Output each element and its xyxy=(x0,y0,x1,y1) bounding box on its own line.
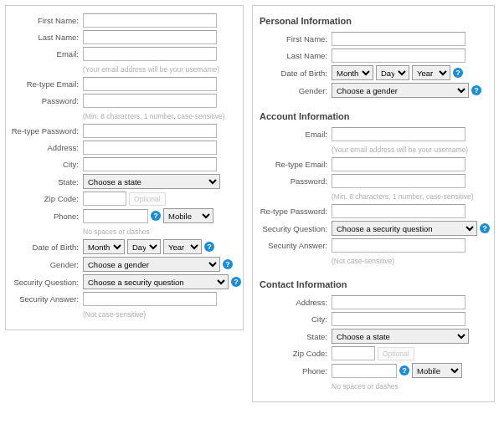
label-email: Email: xyxy=(9,49,83,59)
dob-day-select[interactable]: Day xyxy=(127,239,161,254)
first-name-input[interactable] xyxy=(332,32,465,46)
last-name-input[interactable] xyxy=(332,49,465,63)
hint-password: (Min. 8 characters, 1 number, case-sensi… xyxy=(83,110,225,121)
retype-password-input[interactable] xyxy=(83,124,217,138)
label-dob: Date of Birth: xyxy=(256,69,332,78)
hint-email: (Your email address will be your usernam… xyxy=(83,64,219,74)
zip-input[interactable] xyxy=(332,346,375,360)
label-address: Address: xyxy=(9,143,83,152)
phone-input[interactable] xyxy=(83,209,148,223)
city-input[interactable] xyxy=(83,157,217,171)
security-answer-input[interactable] xyxy=(332,238,465,253)
dob-year-select[interactable]: Year xyxy=(163,239,202,254)
gender-select[interactable]: Choose a gender xyxy=(332,83,469,98)
label-zip: Zip Code: xyxy=(256,349,332,358)
label-password: Password: xyxy=(256,176,332,186)
help-icon[interactable]: ? xyxy=(471,85,481,95)
zip-optional: Optional xyxy=(378,347,414,360)
label-zip: Zip Code: xyxy=(9,194,83,203)
label-first-name: First Name: xyxy=(256,34,332,43)
security-question-select[interactable]: Choose a security question xyxy=(332,221,477,236)
hint-security-answer: (Not case-sensitive) xyxy=(83,309,146,319)
city-input[interactable] xyxy=(332,312,465,326)
help-icon[interactable]: ? xyxy=(480,223,490,233)
label-dob: Date of Birth: xyxy=(9,243,83,252)
section-contact: Contact Information xyxy=(256,274,487,293)
label-phone: Phone: xyxy=(256,366,332,375)
last-name-input[interactable] xyxy=(83,30,217,44)
first-name-input[interactable] xyxy=(83,13,217,28)
security-question-select[interactable]: Choose a security question xyxy=(83,274,229,289)
help-icon[interactable]: ? xyxy=(151,211,161,221)
phone-input[interactable] xyxy=(332,364,397,378)
label-security-answer: Security Answer: xyxy=(9,294,83,304)
help-icon[interactable]: ? xyxy=(223,259,233,269)
state-select[interactable]: Choose a state xyxy=(83,174,220,189)
gender-select[interactable]: Choose a gender xyxy=(83,257,220,272)
section-personal: Personal Information xyxy=(256,11,487,29)
dob-year-select[interactable]: Year xyxy=(412,65,450,80)
form-grouped: Personal Information First Name: Last Na… xyxy=(252,5,495,402)
help-icon[interactable]: ? xyxy=(453,68,463,78)
password-input[interactable] xyxy=(83,94,217,108)
label-city: City: xyxy=(256,314,332,324)
label-last-name: Last Name: xyxy=(256,51,332,60)
state-select[interactable]: Choose a state xyxy=(332,329,469,344)
dob-month-select[interactable]: Month xyxy=(332,65,373,80)
hint-security-answer: (Not case-sensitive) xyxy=(332,255,394,266)
hint-email: (Your email address will be your usernam… xyxy=(332,144,468,155)
label-first-name: First Name: xyxy=(9,16,83,25)
address-input[interactable] xyxy=(83,140,217,155)
dob-month-select[interactable]: Month xyxy=(83,239,125,254)
dob-day-select[interactable]: Day xyxy=(376,65,409,80)
label-address: Address: xyxy=(256,298,332,307)
email-input[interactable] xyxy=(332,127,465,141)
label-retype-email: Re-type Email: xyxy=(256,160,332,169)
hint-phone: No spaces or dashes xyxy=(332,381,399,391)
email-input[interactable] xyxy=(83,47,217,61)
phone-type-select[interactable]: Mobile xyxy=(163,208,213,223)
label-gender: Gender: xyxy=(256,86,332,95)
password-input[interactable] xyxy=(332,174,465,188)
label-city: City: xyxy=(9,160,83,169)
form-flat: First Name: Last Name: Email: (Your emai… xyxy=(5,5,244,330)
label-security-question: Security Question: xyxy=(9,278,83,287)
phone-type-select[interactable]: Mobile xyxy=(412,363,462,378)
retype-password-input[interactable] xyxy=(332,204,465,218)
label-security-question: Security Question: xyxy=(256,224,332,233)
help-icon[interactable]: ? xyxy=(204,242,214,252)
hint-password: (Min. 8 characters, 1 number, case-sensi… xyxy=(332,191,474,202)
label-gender: Gender: xyxy=(9,260,83,269)
zip-optional: Optional xyxy=(129,192,166,206)
section-account: Account Information xyxy=(256,106,487,125)
label-retype-password: Re-type Password: xyxy=(9,126,83,135)
help-icon[interactable]: ? xyxy=(231,277,241,287)
retype-email-input[interactable] xyxy=(332,157,465,171)
zip-input[interactable] xyxy=(83,192,126,206)
label-state: State: xyxy=(256,332,332,341)
label-password: Password: xyxy=(9,96,83,105)
label-state: State: xyxy=(9,177,83,186)
retype-email-input[interactable] xyxy=(83,77,217,91)
label-email: Email: xyxy=(256,130,332,139)
hint-phone: No spaces or dashes xyxy=(83,226,150,237)
label-security-answer: Security Answer: xyxy=(256,241,332,250)
label-last-name: Last Name: xyxy=(9,33,83,42)
label-phone: Phone: xyxy=(9,212,83,221)
address-input[interactable] xyxy=(332,295,465,309)
label-retype-email: Re-type Email: xyxy=(9,79,83,89)
security-answer-input[interactable] xyxy=(83,292,217,306)
help-icon[interactable]: ? xyxy=(399,365,409,375)
label-retype-password: Re-type Password: xyxy=(256,207,332,216)
